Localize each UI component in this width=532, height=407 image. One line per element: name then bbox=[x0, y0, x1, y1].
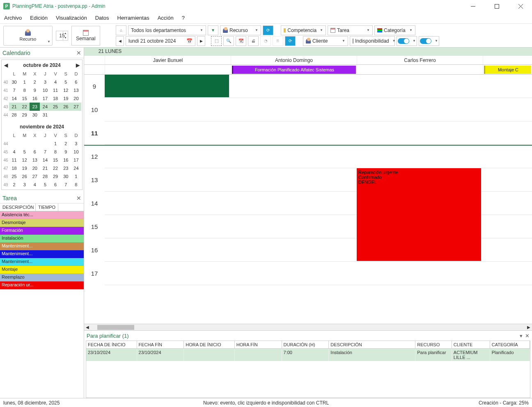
cliente-select[interactable]: Cliente▼ bbox=[303, 36, 348, 46]
cal-day[interactable]: 14 bbox=[40, 156, 50, 164]
allday-event[interactable]: Montaje C bbox=[484, 66, 531, 74]
cal-day[interactable] bbox=[19, 139, 30, 148]
cal-day[interactable]: 21 bbox=[40, 164, 50, 172]
resource-col-2[interactable]: Carlos Ferrero bbox=[357, 56, 483, 64]
cal-day[interactable]: 3 bbox=[71, 139, 81, 148]
cal-day[interactable]: 15 bbox=[19, 94, 30, 103]
schedule-grid[interactable]: 91011121314151617 Reparación urgenteConf… bbox=[84, 75, 532, 324]
cal-day[interactable]: 8 bbox=[19, 86, 30, 94]
cal-day[interactable]: 17 bbox=[71, 156, 81, 164]
date-picker[interactable]: lundi 21 octobre 2024 📅 bbox=[126, 36, 195, 46]
cal-day[interactable] bbox=[40, 139, 50, 148]
cal-day[interactable]: 6 bbox=[71, 78, 81, 86]
allday-event[interactable]: Formación Planificado Alfatec Sistemas bbox=[232, 66, 356, 74]
cal-day[interactable]: 24 bbox=[71, 164, 81, 172]
cal-day[interactable]: 2 bbox=[9, 181, 19, 189]
export-button[interactable]: ⎘ bbox=[273, 36, 283, 46]
cal-day[interactable]: 30 bbox=[9, 78, 19, 86]
cal-day[interactable]: 28 bbox=[9, 111, 19, 119]
schedule-event[interactable] bbox=[105, 75, 229, 97]
menu-accion[interactable]: Acción bbox=[158, 15, 174, 21]
cal-day[interactable] bbox=[61, 111, 71, 119]
cal-day[interactable]: 10 bbox=[40, 86, 50, 94]
col-tiempo[interactable]: TIEMPO bbox=[36, 204, 58, 211]
cal-day[interactable]: 20 bbox=[71, 94, 81, 103]
chart-button[interactable]: ◔ bbox=[260, 36, 271, 46]
cal-day[interactable]: 29 bbox=[19, 111, 30, 119]
date-prev-button[interactable]: ◀ bbox=[116, 36, 124, 46]
cal-day[interactable]: 23 bbox=[61, 164, 71, 172]
cal-day[interactable]: 1 bbox=[50, 139, 61, 148]
cal-day[interactable]: 19 bbox=[19, 164, 30, 172]
cal-day[interactable]: 26 bbox=[19, 172, 30, 181]
planificar-minimize-icon[interactable]: ▾ bbox=[520, 333, 523, 339]
menu-datos[interactable]: Datos bbox=[95, 15, 109, 21]
cal-day[interactable]: 31 bbox=[40, 111, 50, 119]
cal-day[interactable]: 22 bbox=[50, 164, 61, 172]
select-tool-button[interactable]: ⬚ bbox=[211, 36, 222, 46]
cal-day[interactable]: 29 bbox=[50, 172, 61, 181]
cal-day[interactable]: 12 bbox=[61, 86, 71, 94]
menu-archivo[interactable]: Archivo bbox=[4, 15, 22, 21]
cal-day[interactable]: 8 bbox=[50, 148, 61, 156]
planif-col[interactable]: DURACIÓN (H) bbox=[282, 341, 329, 348]
planif-col[interactable]: CATEGORÍA bbox=[490, 341, 530, 348]
tarea-item[interactable]: Reparación ur... bbox=[0, 281, 84, 289]
cal-day[interactable]: 3 bbox=[40, 78, 50, 86]
tarea-item[interactable]: Instalación bbox=[0, 235, 84, 242]
resource-select[interactable]: Recurso▼ bbox=[220, 25, 261, 35]
menu-edicion[interactable]: Edición bbox=[30, 15, 48, 21]
cal-day[interactable]: 27 bbox=[30, 172, 40, 181]
print-button[interactable]: 🖨 bbox=[248, 36, 259, 46]
cal-day[interactable]: 7 bbox=[61, 181, 71, 189]
cal-day[interactable]: 28 bbox=[40, 172, 50, 181]
cal-day[interactable]: 25 bbox=[9, 172, 19, 181]
cal-day[interactable]: 4 bbox=[50, 78, 61, 86]
close-tarea-panel[interactable]: ✕ bbox=[76, 195, 81, 201]
today-button[interactable]: 📆 bbox=[236, 36, 246, 46]
tarea-list[interactable]: Asistencia téc...DesmontajeFormaciónInst… bbox=[0, 211, 84, 398]
cal-day[interactable]: 8 bbox=[71, 181, 81, 189]
cal-day[interactable] bbox=[50, 111, 61, 119]
cal-day[interactable]: 4 bbox=[9, 148, 19, 156]
cal-day[interactable]: 15 bbox=[50, 156, 61, 164]
cal-day[interactable]: 4 bbox=[30, 181, 40, 189]
planif-col[interactable]: HORA FÍN bbox=[235, 341, 282, 348]
categoria-select[interactable]: Categoría▼ bbox=[374, 25, 415, 35]
cal-day[interactable]: 21 bbox=[9, 103, 19, 111]
tarea-item[interactable]: Desmontaje bbox=[0, 219, 84, 227]
resource-col-3[interactable] bbox=[483, 56, 532, 64]
cal-day[interactable]: 2 bbox=[30, 78, 40, 86]
cal-day[interactable]: 14 bbox=[9, 94, 19, 103]
cal-next[interactable]: ▶ bbox=[76, 62, 80, 68]
cal-day[interactable]: 19 bbox=[61, 94, 71, 103]
tarea-item[interactable]: Montaje bbox=[0, 266, 84, 274]
tarea-item[interactable]: Formación bbox=[0, 227, 84, 235]
all-day-row[interactable]: Formación Planificado Alfatec Sistemas M… bbox=[84, 65, 532, 75]
cal-day[interactable]: 7 bbox=[40, 148, 50, 156]
cal-day[interactable]: 13 bbox=[71, 86, 81, 94]
cal-day[interactable]: 18 bbox=[50, 94, 61, 103]
col-descripcion[interactable]: DESCRIPCIÓN bbox=[0, 204, 36, 211]
refresh2-button[interactable]: ⟳ bbox=[285, 36, 296, 46]
departments-select[interactable]: Todos los departamentos▼ bbox=[128, 25, 206, 35]
toggle2[interactable]: ▼ bbox=[419, 36, 439, 46]
planificar-table[interactable]: FECHA DE ÍNICIOFECHA FÍNHORA DE ÍNICIOHO… bbox=[86, 341, 530, 398]
tarea-item[interactable]: Asistencia téc... bbox=[0, 211, 84, 219]
cal-day[interactable]: 10 bbox=[71, 148, 81, 156]
planif-col[interactable]: CLIENTE bbox=[452, 341, 490, 348]
horizontal-scrollbar[interactable]: ◀▶ bbox=[84, 324, 532, 330]
cal-day[interactable]: 24 bbox=[40, 103, 50, 111]
cal-day[interactable] bbox=[9, 139, 19, 148]
indisponibilidad-select[interactable]: Indisponibilidad▼ bbox=[350, 36, 395, 46]
cal-day[interactable]: 1 bbox=[71, 172, 81, 181]
planif-col[interactable]: RECURSO bbox=[415, 341, 452, 348]
cal-day[interactable]: 11 bbox=[50, 86, 61, 94]
cal-day[interactable]: 3 bbox=[19, 181, 30, 189]
cal-day[interactable]: 16 bbox=[61, 156, 71, 164]
refresh-button[interactable]: ⟳ bbox=[263, 25, 273, 35]
planif-col[interactable]: FECHA DE ÍNICIO bbox=[86, 341, 137, 348]
cal-day[interactable]: 22 bbox=[19, 103, 30, 111]
cal-day[interactable]: 26 bbox=[61, 103, 71, 111]
search-button[interactable]: 🔍 bbox=[223, 36, 234, 46]
